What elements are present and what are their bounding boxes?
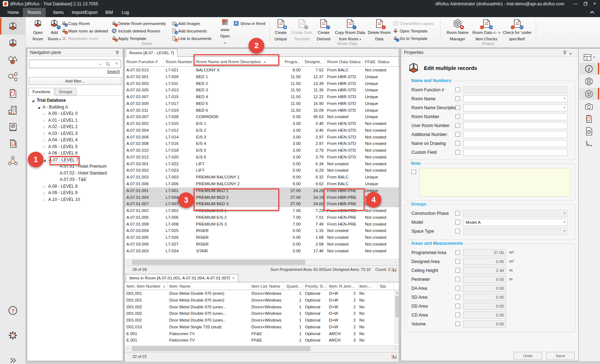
table-row[interactable]: A.07.01.006L7-006PREMIUM BALCONY 29.009.… [125, 181, 399, 187]
tab-rooms-level7[interactable]: Rooms [A.07 - LEVEL 7] [126, 49, 178, 57]
tree-item[interactable]: ◢A - Building A [28, 104, 122, 111]
field-checkbox[interactable] [455, 211, 460, 216]
table-row[interactable]: A.07.02.008L7-016E/S 43.002.97From HEN-S… [125, 140, 399, 147]
layout-panels-icon[interactable]: ▾ [579, 51, 599, 63]
field-input[interactable]: 2.44 [463, 267, 506, 274]
close-button[interactable]: × [591, 1, 598, 7]
mark-room-deleted-button[interactable]: × Mark room as deleted [61, 27, 108, 34]
tree-expander-icon[interactable]: ◢ [38, 104, 42, 111]
minimize-button[interactable]: — [572, 1, 579, 7]
field-input[interactable]: 27.00 [463, 249, 506, 256]
tab-home[interactable]: Home [3, 8, 24, 17]
table-row[interactable]: D01.002Door Metal Double 970 (unev...Doo… [125, 304, 399, 310]
column-header[interactable]: Item List: Name [250, 282, 284, 290]
sidebar-item-rooms[interactable] [0, 18, 26, 35]
scroll-up-icon[interactable]: ▲ [395, 290, 399, 295]
check-under-specified-button[interactable]: 1:1 Check for 'under specified' [501, 19, 534, 41]
delete-room-data-button[interactable]: × Delete Room Data [367, 19, 391, 41]
column-header[interactable]: Item: Name [168, 282, 250, 290]
search-link[interactable]: Search [107, 69, 120, 74]
table-row[interactable]: D01.001Door Metal Double 970 (even)Doors… [125, 297, 399, 304]
pin-icon[interactable] [115, 50, 120, 55]
room-name-manager-button[interactable]: ✎ Room Name Manager [443, 19, 472, 41]
tab-import-export[interactable]: Import/Export [67, 8, 102, 17]
table-row[interactable]: A.07.02.006L7-014E/S 33.002.97From HEN-S… [125, 134, 399, 141]
table-row[interactable]: E.001Flatscreen TVFF&E1OptionalARCH3No [125, 330, 399, 337]
column-header[interactable]: Room Function # [125, 57, 164, 66]
tab-bim[interactable]: BIM [101, 8, 118, 17]
field-checkbox[interactable] [455, 259, 460, 264]
column-header[interactable]: Sta [378, 282, 394, 290]
tab-functions[interactable]: Functions [29, 88, 54, 95]
table-row[interactable]: A.07.01.008L7-008PREMIUM E/S 37.007.49Fr… [125, 221, 399, 228]
tree-item[interactable]: ◢Trial Database [28, 97, 122, 104]
field-dropdown[interactable] [463, 228, 568, 235]
column-header[interactable]: Item: Item Number▲ [125, 282, 168, 290]
tab-rooms[interactable]: Rooms [23, 8, 46, 17]
field-input[interactable]: 0.00 [463, 276, 506, 283]
add-images-button[interactable]: + Add Images [171, 20, 200, 27]
field-dropdown[interactable]: Model A [463, 219, 568, 226]
overwritten-values-button[interactable]: Overwritten values [393, 20, 434, 27]
field-checkbox[interactable] [455, 322, 460, 326]
reactivate-room-button[interactable]: Reactivate room [61, 35, 98, 42]
field-checkbox[interactable] [455, 304, 460, 308]
column-header[interactable]: Room Data Status [325, 57, 363, 66]
field-input[interactable]: 0.00 [463, 285, 506, 292]
table-row[interactable]: A.07.03.004L7-025RISER0.001.15Not create… [125, 227, 399, 234]
table-row[interactable]: D01.010Door Metal Single 720 (stud)Doors… [125, 324, 399, 330]
column-header[interactable]: Priority: D... [303, 282, 327, 290]
column-header[interactable]: FF&E: Status [363, 57, 399, 66]
table-row[interactable]: D01.002Door Metal Double 970 (unev...Doo… [125, 310, 399, 317]
tree-expander-icon[interactable]: ▷ [43, 144, 48, 151]
chart-icon[interactable] [392, 354, 396, 359]
table-row[interactable]: A.07.02.001L7-009BED 111.5012.37From HBR… [125, 74, 399, 80]
field-checkbox[interactable] [455, 96, 460, 101]
tree-expander-icon[interactable]: ◢ [43, 157, 48, 164]
note-checkbox[interactable] [411, 170, 416, 174]
field-checkbox[interactable] [455, 268, 460, 273]
table-row[interactable]: A.07.03.006L7-027RISER0.003.58Not create… [125, 241, 399, 248]
open-template-button[interactable]: Open Template [393, 27, 428, 34]
column-header[interactable]: Item: R... [327, 282, 344, 290]
model-cube-icon[interactable] [579, 88, 599, 100]
tree-item[interactable]: A.07.02 - Hotel Standard [28, 170, 122, 177]
field-input[interactable]: 0.00 [463, 312, 506, 319]
field-input[interactable] [463, 140, 568, 147]
table-row[interactable]: A.07.02.011L7-019BED 611.5015.09From HBR… [125, 107, 399, 114]
table-row[interactable]: A.07.01.005L7-005PREMIUM E/S 27.007.01Fr… [125, 214, 399, 221]
sidebar-item-room-templates[interactable] [0, 35, 26, 51]
settings-button[interactable] [0, 327, 26, 344]
field-checkbox[interactable] [455, 286, 460, 290]
tree-item[interactable]: ▷A.00 - LEVEL 0 [28, 110, 122, 117]
sidebar-item-catalog[interactable] [0, 118, 26, 135]
sidebar-item-systems[interactable] [0, 152, 26, 169]
scroll-left-icon[interactable]: ‹ [125, 345, 131, 352]
expand-sidebar-button[interactable] [0, 352, 26, 364]
open-room-button[interactable]: Open Room [29, 19, 46, 41]
items-horizontal-scrollbar[interactable]: ‹ › [125, 345, 399, 352]
column-header[interactable]: Quant... [284, 282, 303, 290]
field-checkbox[interactable] [455, 277, 460, 282]
field-dropdown[interactable] [463, 95, 568, 102]
field-checkbox[interactable] [455, 250, 460, 255]
field-checkbox[interactable] [455, 123, 460, 128]
help-button[interactable] [0, 302, 26, 319]
tree-expander-icon[interactable]: ▷ [43, 150, 48, 157]
tab-items-in-room[interactable]: Items in Room [A.07.01.001, A.07.01.004,… [126, 274, 238, 282]
column-header[interactable]: Item:... [358, 282, 378, 290]
table-row[interactable]: A.07.02.012L7-020E/S 63.003.79From HEN-S… [125, 154, 399, 161]
field-checkbox[interactable] [455, 229, 460, 233]
apply-template-button[interactable]: ↑ Apply Template [111, 35, 146, 42]
field-checkbox[interactable] [455, 132, 460, 137]
sidebar-item-documents[interactable] [0, 85, 26, 102]
rooms-horizontal-scrollbar[interactable]: ‹ › [125, 259, 399, 265]
add-room-button[interactable]: + Add Room ▾ [46, 19, 63, 41]
attachments-tab-icon[interactable] [579, 113, 599, 125]
save-button[interactable]: Save [546, 352, 575, 360]
tree-expander-icon[interactable]: ◢ [32, 97, 37, 104]
link-to-documents-button[interactable]: ∞ Link to documents [171, 35, 211, 42]
create-unique-button[interactable]: ★ Create Unique [272, 19, 289, 41]
copy-room-button[interactable]: = Copy Room [61, 20, 90, 27]
field-input[interactable] [463, 131, 568, 138]
